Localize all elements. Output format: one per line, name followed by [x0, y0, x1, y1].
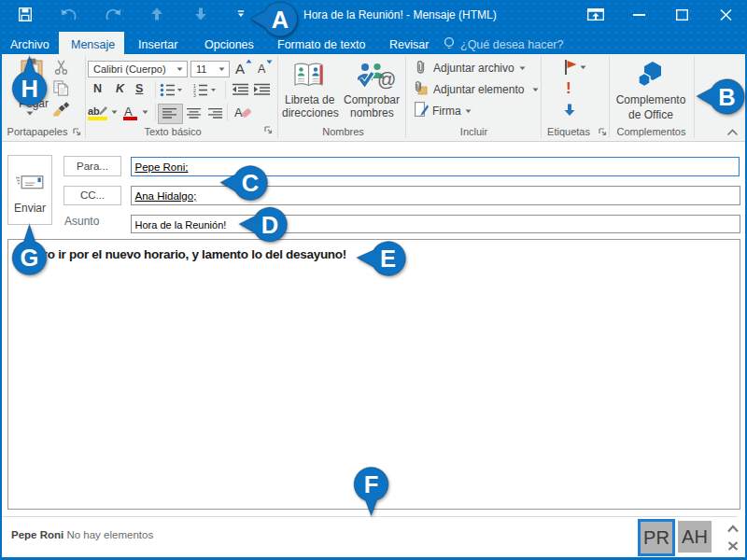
svg-text:B: B	[718, 84, 735, 110]
svg-text:C: C	[242, 170, 259, 196]
svg-text:G: G	[21, 245, 39, 271]
svg-text:A: A	[272, 7, 289, 33]
svg-text:H: H	[21, 76, 37, 102]
svg-text:F: F	[364, 471, 379, 497]
svg-text:D: D	[261, 212, 278, 238]
svg-text:E: E	[380, 245, 396, 272]
